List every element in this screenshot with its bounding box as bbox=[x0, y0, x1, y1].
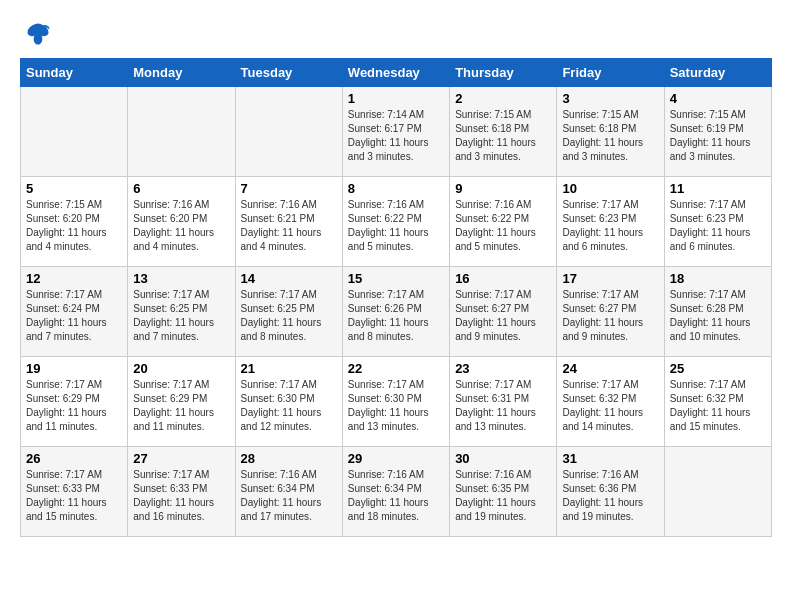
weekday-header-monday: Monday bbox=[128, 59, 235, 87]
day-info: Sunrise: 7:17 AM Sunset: 6:23 PM Dayligh… bbox=[562, 198, 658, 254]
calendar-cell: 15Sunrise: 7:17 AM Sunset: 6:26 PM Dayli… bbox=[342, 267, 449, 357]
logo bbox=[20, 20, 52, 48]
day-number: 22 bbox=[348, 361, 444, 376]
day-info: Sunrise: 7:15 AM Sunset: 6:20 PM Dayligh… bbox=[26, 198, 122, 254]
day-info: Sunrise: 7:17 AM Sunset: 6:25 PM Dayligh… bbox=[241, 288, 337, 344]
day-number: 18 bbox=[670, 271, 766, 286]
day-info: Sunrise: 7:17 AM Sunset: 6:32 PM Dayligh… bbox=[670, 378, 766, 434]
day-number: 30 bbox=[455, 451, 551, 466]
calendar-cell: 31Sunrise: 7:16 AM Sunset: 6:36 PM Dayli… bbox=[557, 447, 664, 537]
day-info: Sunrise: 7:17 AM Sunset: 6:28 PM Dayligh… bbox=[670, 288, 766, 344]
weekday-header-wednesday: Wednesday bbox=[342, 59, 449, 87]
calendar-cell bbox=[21, 87, 128, 177]
calendar-cell: 26Sunrise: 7:17 AM Sunset: 6:33 PM Dayli… bbox=[21, 447, 128, 537]
calendar-cell: 2Sunrise: 7:15 AM Sunset: 6:18 PM Daylig… bbox=[450, 87, 557, 177]
calendar-cell: 22Sunrise: 7:17 AM Sunset: 6:30 PM Dayli… bbox=[342, 357, 449, 447]
calendar-cell bbox=[235, 87, 342, 177]
day-number: 7 bbox=[241, 181, 337, 196]
day-number: 6 bbox=[133, 181, 229, 196]
weekday-header-thursday: Thursday bbox=[450, 59, 557, 87]
calendar-cell: 14Sunrise: 7:17 AM Sunset: 6:25 PM Dayli… bbox=[235, 267, 342, 357]
calendar-table: SundayMondayTuesdayWednesdayThursdayFrid… bbox=[20, 58, 772, 537]
day-number: 3 bbox=[562, 91, 658, 106]
calendar-week-row: 19Sunrise: 7:17 AM Sunset: 6:29 PM Dayli… bbox=[21, 357, 772, 447]
calendar-cell: 27Sunrise: 7:17 AM Sunset: 6:33 PM Dayli… bbox=[128, 447, 235, 537]
weekday-header-saturday: Saturday bbox=[664, 59, 771, 87]
day-info: Sunrise: 7:14 AM Sunset: 6:17 PM Dayligh… bbox=[348, 108, 444, 164]
weekday-header-row: SundayMondayTuesdayWednesdayThursdayFrid… bbox=[21, 59, 772, 87]
day-number: 12 bbox=[26, 271, 122, 286]
calendar-week-row: 5Sunrise: 7:15 AM Sunset: 6:20 PM Daylig… bbox=[21, 177, 772, 267]
day-number: 11 bbox=[670, 181, 766, 196]
calendar-cell: 1Sunrise: 7:14 AM Sunset: 6:17 PM Daylig… bbox=[342, 87, 449, 177]
day-info: Sunrise: 7:17 AM Sunset: 6:29 PM Dayligh… bbox=[26, 378, 122, 434]
calendar-cell: 30Sunrise: 7:16 AM Sunset: 6:35 PM Dayli… bbox=[450, 447, 557, 537]
day-number: 15 bbox=[348, 271, 444, 286]
calendar-cell: 19Sunrise: 7:17 AM Sunset: 6:29 PM Dayli… bbox=[21, 357, 128, 447]
calendar-cell: 28Sunrise: 7:16 AM Sunset: 6:34 PM Dayli… bbox=[235, 447, 342, 537]
day-info: Sunrise: 7:16 AM Sunset: 6:34 PM Dayligh… bbox=[241, 468, 337, 524]
day-number: 17 bbox=[562, 271, 658, 286]
day-info: Sunrise: 7:17 AM Sunset: 6:27 PM Dayligh… bbox=[562, 288, 658, 344]
day-number: 24 bbox=[562, 361, 658, 376]
day-number: 20 bbox=[133, 361, 229, 376]
weekday-header-sunday: Sunday bbox=[21, 59, 128, 87]
day-info: Sunrise: 7:17 AM Sunset: 6:24 PM Dayligh… bbox=[26, 288, 122, 344]
calendar-cell bbox=[128, 87, 235, 177]
day-info: Sunrise: 7:17 AM Sunset: 6:32 PM Dayligh… bbox=[562, 378, 658, 434]
day-info: Sunrise: 7:16 AM Sunset: 6:34 PM Dayligh… bbox=[348, 468, 444, 524]
day-number: 27 bbox=[133, 451, 229, 466]
day-number: 10 bbox=[562, 181, 658, 196]
calendar-week-row: 1Sunrise: 7:14 AM Sunset: 6:17 PM Daylig… bbox=[21, 87, 772, 177]
calendar-cell bbox=[664, 447, 771, 537]
day-info: Sunrise: 7:16 AM Sunset: 6:35 PM Dayligh… bbox=[455, 468, 551, 524]
day-number: 9 bbox=[455, 181, 551, 196]
day-info: Sunrise: 7:15 AM Sunset: 6:18 PM Dayligh… bbox=[562, 108, 658, 164]
day-info: Sunrise: 7:16 AM Sunset: 6:22 PM Dayligh… bbox=[348, 198, 444, 254]
day-number: 31 bbox=[562, 451, 658, 466]
weekday-header-tuesday: Tuesday bbox=[235, 59, 342, 87]
calendar-cell: 29Sunrise: 7:16 AM Sunset: 6:34 PM Dayli… bbox=[342, 447, 449, 537]
calendar-cell: 11Sunrise: 7:17 AM Sunset: 6:23 PM Dayli… bbox=[664, 177, 771, 267]
calendar-cell: 9Sunrise: 7:16 AM Sunset: 6:22 PM Daylig… bbox=[450, 177, 557, 267]
day-number: 28 bbox=[241, 451, 337, 466]
calendar-cell: 21Sunrise: 7:17 AM Sunset: 6:30 PM Dayli… bbox=[235, 357, 342, 447]
calendar-cell: 20Sunrise: 7:17 AM Sunset: 6:29 PM Dayli… bbox=[128, 357, 235, 447]
calendar-cell: 3Sunrise: 7:15 AM Sunset: 6:18 PM Daylig… bbox=[557, 87, 664, 177]
day-number: 1 bbox=[348, 91, 444, 106]
day-number: 21 bbox=[241, 361, 337, 376]
day-info: Sunrise: 7:16 AM Sunset: 6:22 PM Dayligh… bbox=[455, 198, 551, 254]
day-number: 5 bbox=[26, 181, 122, 196]
day-number: 2 bbox=[455, 91, 551, 106]
day-number: 13 bbox=[133, 271, 229, 286]
calendar-cell: 13Sunrise: 7:17 AM Sunset: 6:25 PM Dayli… bbox=[128, 267, 235, 357]
page-header bbox=[20, 20, 772, 48]
calendar-cell: 10Sunrise: 7:17 AM Sunset: 6:23 PM Dayli… bbox=[557, 177, 664, 267]
day-number: 19 bbox=[26, 361, 122, 376]
calendar-week-row: 26Sunrise: 7:17 AM Sunset: 6:33 PM Dayli… bbox=[21, 447, 772, 537]
calendar-cell: 6Sunrise: 7:16 AM Sunset: 6:20 PM Daylig… bbox=[128, 177, 235, 267]
day-info: Sunrise: 7:17 AM Sunset: 6:31 PM Dayligh… bbox=[455, 378, 551, 434]
calendar-cell: 5Sunrise: 7:15 AM Sunset: 6:20 PM Daylig… bbox=[21, 177, 128, 267]
day-info: Sunrise: 7:17 AM Sunset: 6:33 PM Dayligh… bbox=[26, 468, 122, 524]
day-info: Sunrise: 7:17 AM Sunset: 6:30 PM Dayligh… bbox=[348, 378, 444, 434]
day-info: Sunrise: 7:16 AM Sunset: 6:20 PM Dayligh… bbox=[133, 198, 229, 254]
day-info: Sunrise: 7:17 AM Sunset: 6:27 PM Dayligh… bbox=[455, 288, 551, 344]
day-info: Sunrise: 7:17 AM Sunset: 6:29 PM Dayligh… bbox=[133, 378, 229, 434]
calendar-cell: 24Sunrise: 7:17 AM Sunset: 6:32 PM Dayli… bbox=[557, 357, 664, 447]
day-info: Sunrise: 7:15 AM Sunset: 6:19 PM Dayligh… bbox=[670, 108, 766, 164]
calendar-cell: 18Sunrise: 7:17 AM Sunset: 6:28 PM Dayli… bbox=[664, 267, 771, 357]
day-info: Sunrise: 7:17 AM Sunset: 6:26 PM Dayligh… bbox=[348, 288, 444, 344]
calendar-week-row: 12Sunrise: 7:17 AM Sunset: 6:24 PM Dayli… bbox=[21, 267, 772, 357]
calendar-cell: 16Sunrise: 7:17 AM Sunset: 6:27 PM Dayli… bbox=[450, 267, 557, 357]
logo-bird-icon bbox=[24, 20, 52, 48]
day-number: 26 bbox=[26, 451, 122, 466]
calendar-cell: 7Sunrise: 7:16 AM Sunset: 6:21 PM Daylig… bbox=[235, 177, 342, 267]
day-number: 23 bbox=[455, 361, 551, 376]
calendar-cell: 8Sunrise: 7:16 AM Sunset: 6:22 PM Daylig… bbox=[342, 177, 449, 267]
day-info: Sunrise: 7:17 AM Sunset: 6:23 PM Dayligh… bbox=[670, 198, 766, 254]
day-number: 4 bbox=[670, 91, 766, 106]
calendar-cell: 17Sunrise: 7:17 AM Sunset: 6:27 PM Dayli… bbox=[557, 267, 664, 357]
day-number: 14 bbox=[241, 271, 337, 286]
day-info: Sunrise: 7:16 AM Sunset: 6:36 PM Dayligh… bbox=[562, 468, 658, 524]
